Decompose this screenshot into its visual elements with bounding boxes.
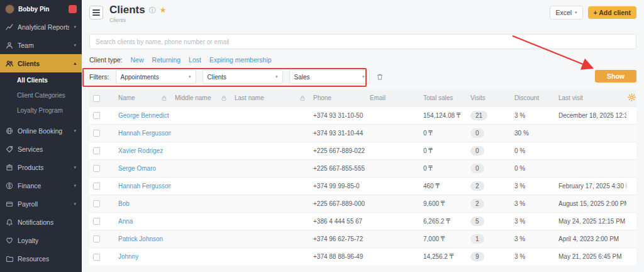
sidebar-item-all-clients[interactable]: All Clients (0, 72, 82, 88)
column-header-discount[interactable]: Discount (511, 90, 555, 106)
column-header-middle-name[interactable]: Middle name (171, 90, 231, 106)
bell-icon (6, 218, 13, 226)
favorite-star-icon[interactable]: ★ (160, 6, 167, 14)
table-row[interactable]: Xavier Rodrigez +225 667-889-022 0 ₸ 0 0… (89, 142, 636, 159)
sidebar-item-label: Loyalty Program (17, 107, 63, 114)
client-total-sales: 154,124.08 ₸ (419, 106, 467, 124)
lock-icon (221, 95, 227, 101)
sidebar-item-label: Notifications (18, 218, 53, 226)
client-name-link[interactable]: Anna (118, 218, 133, 225)
sidebar-header[interactable]: Bobby Pin (0, 0, 82, 18)
sidebar-item-loyalty-program[interactable]: Loyalty Program (0, 103, 82, 118)
clients-filter-dropdown[interactable]: Clients ▾ (203, 70, 283, 84)
add-client-button[interactable]: + Add client (588, 6, 636, 19)
row-checkbox[interactable] (93, 112, 100, 119)
notification-badge[interactable] (69, 5, 77, 13)
sidebar-item-team[interactable]: Team ▾ (0, 36, 82, 54)
client-email (366, 212, 419, 230)
sidebar-item-payroll[interactable]: Payroll ▾ (0, 195, 82, 213)
client-name-link[interactable]: Bob (118, 200, 130, 207)
sidebar-item-loyalty[interactable]: Loyalty (0, 231, 82, 249)
excel-export-button[interactable]: Excel ▾ (550, 6, 582, 20)
column-header-email[interactable]: Email (366, 90, 419, 106)
table-row[interactable]: Hannah Fergusson +374 99 99-85-0 460 ₸ 2… (89, 177, 636, 195)
user-name: Bobby Pin (18, 6, 49, 13)
client-name-link[interactable]: Xavier Rodrigez (118, 147, 163, 154)
client-name-link[interactable]: Johnny (118, 253, 138, 260)
column-settings-gear-icon[interactable] (626, 90, 636, 106)
sidebar-item-online-booking[interactable]: Online Booking ▾ (0, 122, 82, 140)
table-row[interactable]: Patrick Johnson +374 96 62-75-72 7,000 ₸… (89, 230, 636, 247)
row-checkbox[interactable] (93, 200, 100, 207)
client-phone: +225 667-889-000 (309, 195, 366, 212)
column-header-last-visit[interactable]: Last visit (555, 90, 626, 106)
client-name-link[interactable]: Patrick Johnson (118, 235, 163, 242)
chevron-down-icon: ▾ (74, 128, 76, 133)
sidebar-item-client-categories[interactable]: Client Categories (0, 88, 82, 103)
table-row[interactable]: Bob +225 667-889-000 9,600 ₸ 2 3 % Augus… (89, 195, 636, 212)
sidebar-item-notifications[interactable]: Notifications (0, 213, 82, 231)
column-header-last-name[interactable]: Last name (231, 90, 309, 106)
client-phone: +225 667-889-022 (309, 142, 366, 159)
client-last-visit (555, 124, 626, 142)
client-visits-badge: 2 (470, 199, 484, 208)
table-row[interactable]: George Bennedict +374 93 31-10-50 154,12… (89, 106, 636, 124)
row-checkbox[interactable] (93, 183, 100, 190)
column-header-total-sales[interactable]: Total sales (419, 90, 467, 106)
clients-table: Name Middle name Last name Phone Email T… (89, 90, 636, 265)
column-header-visits[interactable]: Visits (467, 90, 511, 106)
sidebar-item-products[interactable]: Products ▾ (0, 158, 82, 176)
client-type-expiring-membership[interactable]: Expiring membership (209, 56, 272, 64)
table-row[interactable]: Hannah Fergusson +374 93 31-10-44 0 ₸ 0 … (89, 124, 636, 142)
client-total-sales: 0 ₸ (419, 124, 467, 142)
row-checkbox[interactable] (93, 218, 100, 225)
sales-filter-dropdown[interactable]: Sales ▾ (289, 70, 370, 84)
person-icon (6, 42, 13, 49)
client-visits-badge: 0 (470, 164, 484, 173)
search-input[interactable] (89, 34, 636, 49)
client-last-visit: May 24, 2025 12:15 PM (555, 212, 626, 230)
row-checkbox[interactable] (93, 147, 100, 154)
search-bar (89, 34, 636, 49)
client-name-link[interactable]: Hannah Fergusson (118, 130, 171, 137)
info-icon[interactable]: ⓘ (149, 6, 156, 15)
client-name-link[interactable]: Serge Omaro (118, 165, 156, 172)
client-discount: 30 % (511, 124, 555, 142)
table-row[interactable]: Johnny +374 88 88-96-49 14,256.2 ₸ 9 3 %… (89, 247, 636, 265)
sidebar-item-services[interactable]: Services (0, 140, 82, 158)
client-type-returning[interactable]: Returning (152, 56, 181, 64)
sidebar-item-label: Loyalty (18, 237, 38, 244)
client-name-link[interactable]: Hannah Fergusson (118, 183, 171, 190)
row-checkbox[interactable] (93, 254, 100, 261)
row-checkbox[interactable] (93, 235, 100, 242)
chevron-down-icon: ▾ (74, 25, 76, 30)
column-header-name[interactable]: Name (114, 90, 171, 106)
sidebar-item-finance[interactable]: Finance ▾ (0, 176, 82, 195)
sidebar-item-analytical-reports[interactable]: Analytical Reports ▾ (0, 18, 82, 36)
sidebar-item-label: Analytical Reports (18, 23, 69, 31)
sidebar-item-clients[interactable]: Clients ▴ (0, 54, 82, 72)
select-all-checkbox[interactable] (93, 95, 100, 102)
table-row[interactable]: Anna +386 4 444 55 67 6,265.2 ₸ 5 3 % Ma… (89, 212, 636, 230)
client-type-lost[interactable]: Lost (189, 56, 201, 64)
client-phone: +386 4 444 55 67 (309, 212, 366, 230)
client-type-new[interactable]: New (131, 56, 144, 64)
client-name-link[interactable]: George Bennedict (118, 112, 169, 119)
dropdown-value: Appointments (121, 74, 159, 81)
show-button[interactable]: Show (595, 70, 636, 82)
sidebar-item-resources[interactable]: Resources (0, 249, 82, 268)
client-phone: +225 667-855-555 (309, 159, 366, 177)
table-row[interactable]: Serge Omaro +225 667-855-555 0 ₸ 0 0 % (89, 159, 636, 177)
sidebar: Bobby Pin Analytical Reports ▾ Team ▾ Cl… (0, 0, 82, 272)
row-checkbox[interactable] (93, 165, 100, 172)
card-icon (6, 200, 13, 208)
client-last-visit: February 17, 2025 4:30 PM (555, 177, 626, 195)
table-header-row: Name Middle name Last name Phone Email T… (89, 90, 636, 106)
client-email (366, 247, 419, 265)
clear-filters-trash-icon[interactable] (376, 73, 384, 81)
hamburger-menu-icon[interactable] (89, 6, 103, 20)
appointments-filter-dropdown[interactable]: Appointments ▾ (116, 70, 196, 84)
row-checkbox[interactable] (93, 130, 100, 137)
column-header-phone[interactable]: Phone (309, 90, 366, 106)
chart-icon (6, 23, 13, 31)
